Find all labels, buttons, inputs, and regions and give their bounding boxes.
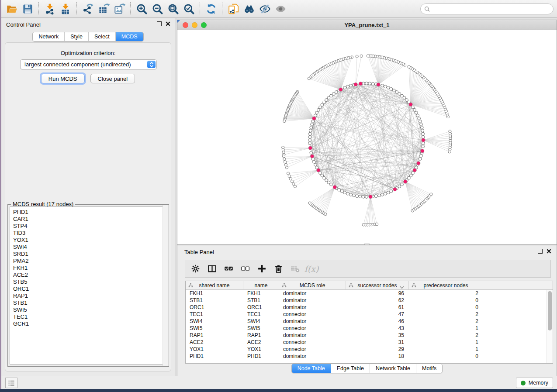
table-cell[interactable]: STB1: [243, 297, 279, 304]
table-cell[interactable]: 2: [409, 332, 483, 339]
float-panel-icon[interactable]: [157, 21, 162, 26]
find-button[interactable]: [241, 1, 257, 16]
search-box[interactable]: [420, 3, 554, 14]
table-cell[interactable]: STB1: [186, 297, 243, 304]
mcds-result-item[interactable]: STB5: [13, 279, 166, 285]
table-tab-node-table[interactable]: Node Table: [292, 364, 331, 373]
table-cell[interactable]: 31: [346, 339, 409, 346]
table-cell[interactable]: SWI4: [243, 318, 279, 325]
table-row[interactable]: YOX1YOX1connector291: [186, 346, 553, 353]
mcds-result-item[interactable]: TID3: [13, 230, 166, 237]
table-tab-network-table[interactable]: Network Table: [370, 364, 416, 373]
show-all-button[interactable]: [273, 1, 288, 16]
table-cell[interactable]: ACE2: [186, 339, 243, 346]
tab-network[interactable]: Network: [33, 32, 64, 41]
table-cell[interactable]: connector: [279, 311, 346, 318]
mcds-result-list[interactable]: PHD1CAR1STP4TID3YOX1SWI4SRD1PMA2FKH1ACE2…: [10, 206, 167, 364]
table-row[interactable]: ACE2ACE2connector311: [186, 339, 553, 346]
mcds-result-item[interactable]: YOX1: [13, 237, 166, 244]
hide-selected-button[interactable]: [257, 1, 273, 16]
table-cell[interactable]: 96: [346, 290, 409, 297]
refresh-layout-button[interactable]: [203, 1, 219, 16]
table-cell[interactable]: dominator: [279, 318, 346, 325]
column-header-name[interactable]: name: [243, 281, 279, 289]
table-cell[interactable]: TEC1: [243, 311, 279, 318]
table-cell[interactable]: 1: [409, 339, 483, 346]
table-cell[interactable]: 0: [409, 353, 483, 360]
table-cell[interactable]: 61: [346, 304, 409, 311]
mcds-result-item[interactable]: SWI5: [13, 306, 166, 313]
settings-button[interactable]: [189, 262, 202, 276]
tab-style[interactable]: Style: [64, 32, 88, 41]
table-cell[interactable]: PHD1: [186, 353, 243, 360]
table-cell[interactable]: FKH1: [243, 290, 279, 297]
mcds-list-scrollbar[interactable]: [163, 205, 168, 366]
table-cell[interactable]: dominator: [279, 332, 346, 339]
table-cell[interactable]: YOX1: [243, 346, 279, 353]
import-network-button[interactable]: [42, 1, 58, 16]
tab-select[interactable]: Select: [88, 32, 115, 41]
zoom-out-button[interactable]: [149, 1, 165, 16]
table-cell[interactable]: dominator: [279, 290, 346, 297]
close-panel-button[interactable]: Close panel: [90, 74, 135, 83]
table-cell[interactable]: 47: [346, 311, 409, 318]
table-cell[interactable]: 2: [409, 311, 483, 318]
table-cell[interactable]: FKH1: [186, 290, 243, 297]
optimization-criterion-select[interactable]: largest connected component (undirected): [20, 59, 157, 69]
zoom-fit-button[interactable]: [165, 1, 181, 16]
table-cell[interactable]: 62: [346, 297, 409, 304]
clone-network-button[interactable]: [225, 1, 241, 16]
table-cell[interactable]: dominator: [279, 353, 346, 360]
table-cell[interactable]: 43: [346, 325, 409, 332]
column-header-successor-nodes[interactable]: successor nodes: [346, 281, 409, 289]
table-cell[interactable]: connector: [279, 325, 346, 332]
table-cell[interactable]: TEC1: [186, 311, 243, 318]
tab-mcds[interactable]: MCDS: [115, 32, 143, 41]
table-cell[interactable]: SWI5: [243, 325, 279, 332]
open-file-button[interactable]: [4, 1, 20, 16]
table-cell[interactable]: ORC1: [186, 304, 243, 311]
add-column-button[interactable]: [255, 262, 268, 276]
import-table-button[interactable]: [58, 1, 73, 16]
table-row[interactable]: SWI4SWI4dominator462: [186, 318, 553, 325]
export-table-button[interactable]: [96, 1, 111, 16]
column-header-predecessor-nodes[interactable]: predecessor nodes: [409, 281, 483, 289]
mcds-result-item[interactable]: SWI4: [13, 244, 166, 251]
table-cell[interactable]: 0: [409, 297, 483, 304]
deselect-all-button[interactable]: [239, 262, 252, 276]
split-columns-button[interactable]: [205, 262, 218, 276]
table-cell[interactable]: connector: [279, 346, 346, 353]
mcds-result-item[interactable]: PMA2: [13, 258, 166, 265]
table-cell[interactable]: RAP1: [186, 332, 243, 339]
table-cell[interactable]: SWI4: [186, 318, 243, 325]
table-cell[interactable]: ORC1: [243, 304, 279, 311]
table-row[interactable]: ORC1ORC1dominator610: [186, 304, 553, 311]
mcds-result-item[interactable]: GCR1: [13, 320, 166, 327]
mcds-result-item[interactable]: ORC1: [13, 285, 166, 292]
table-cell[interactable]: 0: [409, 304, 483, 311]
mcds-result-item[interactable]: TEC1: [13, 313, 166, 320]
close-panel-icon[interactable]: [166, 21, 170, 26]
close-table-panel-icon[interactable]: [547, 249, 551, 254]
table-cell[interactable]: PHD1: [243, 353, 279, 360]
mcds-result-item[interactable]: PHD1: [13, 209, 166, 216]
task-history-button[interactable]: [5, 378, 17, 388]
table-cell[interactable]: RAP1: [243, 332, 279, 339]
mcds-result-item[interactable]: STB1: [13, 299, 166, 306]
table-cell[interactable]: 1: [409, 346, 483, 353]
float-table-panel-icon[interactable]: [538, 249, 543, 254]
mcds-result-item[interactable]: FKH1: [13, 265, 166, 272]
table-cell[interactable]: 29: [346, 346, 409, 353]
export-image-button[interactable]: [111, 1, 127, 16]
mcds-result-item[interactable]: SRD1: [13, 251, 166, 258]
table-row[interactable]: TEC1TEC1connector472: [186, 311, 553, 318]
table-cell[interactable]: dominator: [279, 297, 346, 304]
zoom-in-button[interactable]: [134, 1, 149, 16]
table-cell[interactable]: SWI5: [186, 325, 243, 332]
table-cell[interactable]: 1: [409, 325, 483, 332]
table-cell[interactable]: 2: [409, 318, 483, 325]
table-scrollbar-thumb[interactable]: [548, 291, 552, 330]
mcds-result-item[interactable]: RAP1: [13, 292, 166, 299]
memory-button[interactable]: Memory: [516, 378, 553, 388]
export-network-button[interactable]: [80, 1, 96, 16]
